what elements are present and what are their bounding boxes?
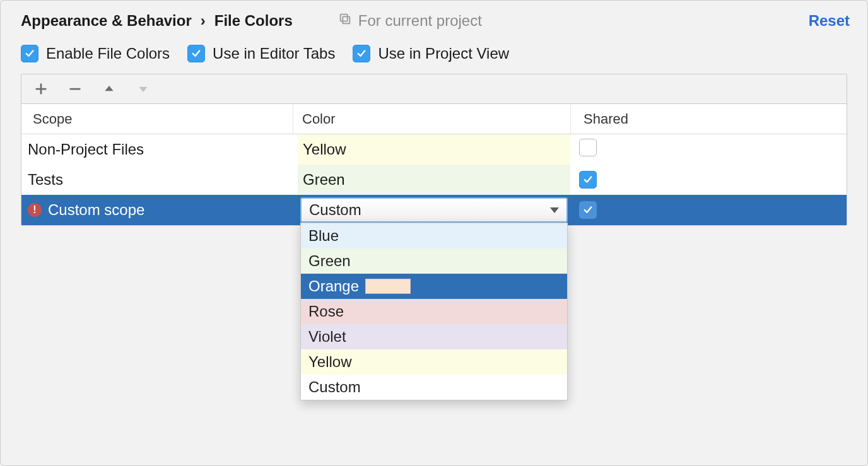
enable-file-colors-checkbox[interactable]: Enable File Colors xyxy=(21,45,170,62)
svg-rect-0 xyxy=(343,16,349,23)
color-option-blue[interactable]: Blue xyxy=(301,223,567,248)
checkbox-icon[interactable] xyxy=(579,201,597,219)
breadcrumb-current: File Colors xyxy=(214,12,293,30)
option-label: Orange xyxy=(308,277,359,295)
breadcrumb-separator: › xyxy=(201,12,206,30)
scope-cell: Tests xyxy=(21,171,293,189)
table-toolbar xyxy=(21,74,847,104)
settings-header: Appearance & Behavior › File Colors For … xyxy=(1,1,867,36)
copy-icon xyxy=(338,12,352,30)
table-header: Scope Color Shared xyxy=(21,104,847,134)
table-row[interactable]: ! Custom scope Custom Blue Green O xyxy=(21,195,847,225)
use-in-editor-tabs-checkbox[interactable]: Use in Editor Tabs xyxy=(187,45,335,62)
error-icon: ! xyxy=(28,203,42,217)
use-in-project-view-checkbox[interactable]: Use in Project View xyxy=(353,45,509,62)
checkbox-icon[interactable] xyxy=(579,171,597,189)
scope-cell: Non-Project Files xyxy=(21,141,293,158)
color-dropdown: Blue Green Orange Rose Violet Yellow Cus… xyxy=(300,223,568,400)
options-row: Enable File Colors Use in Editor Tabs Us… xyxy=(1,36,867,74)
checkbox-icon xyxy=(21,45,38,62)
scope-label: Custom scope xyxy=(48,201,144,219)
checkbox-icon xyxy=(187,45,205,62)
color-cell: Yellow xyxy=(293,134,570,165)
move-down-button[interactable] xyxy=(135,81,151,97)
breadcrumb-parent[interactable]: Appearance & Behavior xyxy=(21,12,192,30)
color-cell: Custom Blue Green Orange Rose Violet xyxy=(293,195,570,225)
shared-cell[interactable] xyxy=(570,171,847,189)
color-cell: Green xyxy=(293,165,570,195)
column-scope[interactable]: Scope xyxy=(21,111,293,127)
table-row[interactable]: Non-Project Files Yellow xyxy=(21,134,847,165)
orange-swatch xyxy=(365,279,411,294)
add-button[interactable] xyxy=(33,81,49,97)
checkbox-icon xyxy=(353,45,370,62)
color-swatch: Yellow xyxy=(298,134,570,165)
project-scope-hint-label: For current project xyxy=(358,12,482,30)
shared-cell[interactable] xyxy=(570,201,847,219)
reset-button[interactable]: Reset xyxy=(809,12,850,30)
combobox-value: Custom xyxy=(309,201,361,219)
checkbox-label: Use in Project View xyxy=(378,45,509,62)
checkbox-icon[interactable] xyxy=(579,139,597,156)
file-colors-table: Scope Color Shared Non-Project Files Yel… xyxy=(21,104,847,225)
scope-cell: ! Custom scope xyxy=(21,201,293,219)
checkbox-label: Use in Editor Tabs xyxy=(213,45,335,62)
color-option-rose[interactable]: Rose xyxy=(301,299,567,324)
file-colors-panel: Scope Color Shared Non-Project Files Yel… xyxy=(21,74,847,226)
table-row[interactable]: Tests Green xyxy=(21,165,847,195)
svg-rect-1 xyxy=(340,15,347,21)
chevron-down-icon xyxy=(550,207,559,213)
move-up-button[interactable] xyxy=(101,81,117,97)
shared-cell[interactable] xyxy=(570,139,847,160)
color-option-orange[interactable]: Orange xyxy=(301,274,567,299)
color-swatch: Green xyxy=(298,165,570,195)
color-option-yellow[interactable]: Yellow xyxy=(301,349,567,375)
color-combobox[interactable]: Custom xyxy=(300,197,568,223)
remove-button[interactable] xyxy=(67,81,83,97)
color-option-green[interactable]: Green xyxy=(301,248,567,274)
project-scope-hint: For current project xyxy=(338,12,482,30)
checkbox-label: Enable File Colors xyxy=(46,45,170,62)
column-color[interactable]: Color xyxy=(293,104,570,134)
color-option-violet[interactable]: Violet xyxy=(301,324,567,349)
color-option-custom[interactable]: Custom xyxy=(301,375,567,400)
column-shared[interactable]: Shared xyxy=(570,104,847,134)
